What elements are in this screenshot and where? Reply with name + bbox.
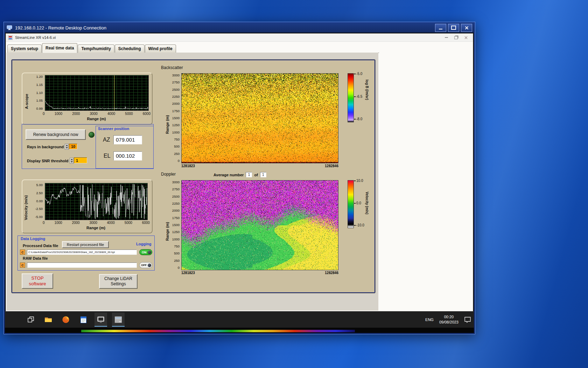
snr-threshold-field[interactable]: 1 xyxy=(74,157,87,163)
streamline-app-taskbar-button[interactable] xyxy=(94,313,107,327)
velocity-y-axis-label: Velocity (m/s) xyxy=(24,185,28,220)
app-close-button[interactable] xyxy=(461,34,471,41)
app-minimize-button[interactable] xyxy=(441,34,451,41)
toggle-knob-icon xyxy=(148,264,151,267)
change-lidar-settings-button[interactable]: Change LiDAR Settings xyxy=(99,274,138,289)
tick-label: 500 xyxy=(174,251,180,255)
tick-label: 2000 xyxy=(72,221,79,225)
task-view-button[interactable] xyxy=(24,313,37,327)
scan-scheduler-icon xyxy=(114,316,122,323)
rdp-window-controls xyxy=(433,24,472,32)
firefox-button[interactable] xyxy=(59,313,72,327)
document-app-icon xyxy=(80,316,87,323)
backscatter-x-end: 1282846 xyxy=(325,164,338,168)
stop-button-line1: STOP xyxy=(24,275,50,281)
processed-path-field[interactable]: C:\LidarA\Data\Proc\2023\202308\20230809… xyxy=(27,250,137,255)
tick-label: 250 xyxy=(174,259,180,263)
app-restore-button[interactable] xyxy=(451,34,461,41)
data-logging-title: Data Logging xyxy=(21,237,45,241)
settings-button-line1: Change LiDAR xyxy=(102,276,135,281)
rdp-client-area: StreamLine XR v14-6.vi System setup Real… xyxy=(5,33,474,333)
rdp-maximize-button[interactable] xyxy=(448,24,459,32)
tab-wind-profile[interactable]: Wind profile xyxy=(145,45,176,53)
tick-label: 0 xyxy=(43,112,45,116)
tick-label: 1750 xyxy=(172,109,180,113)
renew-background-button[interactable]: Renew background now xyxy=(26,129,86,140)
tick-label: 750 xyxy=(174,137,180,141)
tab-scheduling[interactable]: Scheduling xyxy=(115,45,145,53)
scanner-position-title: Scanner position xyxy=(98,127,129,131)
rdp-close-button[interactable] xyxy=(461,24,472,32)
velocity-x-axis-label: Range (m) xyxy=(45,226,147,230)
doppler-colorbar-ticks: 10.00.0-10.0 xyxy=(354,179,364,227)
front-panel: A-scope 1.201.151.101.050.99 01000200030… xyxy=(7,53,378,311)
elevation-field[interactable]: 000.102 xyxy=(113,151,142,161)
desktop-background: 192.168.0.122 - Remote Desktop Connectio… xyxy=(0,0,588,368)
language-indicator[interactable]: ENG xyxy=(425,318,434,322)
restart-processed-file-button[interactable]: Restart processed file xyxy=(62,241,109,248)
tab-real-time-data[interactable]: Real time data xyxy=(42,43,77,53)
doppler-x-start: 1281823 xyxy=(181,271,195,275)
tick-label: -8.0 xyxy=(354,117,362,121)
tick-label: 2750 xyxy=(172,80,180,84)
stop-software-button[interactable]: STOP software xyxy=(22,273,53,289)
renew-background-led xyxy=(89,132,94,138)
ascope-x-ticks: 0100020003000400050006000 xyxy=(43,112,150,116)
tick-label: -5.0 xyxy=(354,72,362,76)
average-number-field[interactable]: 1 xyxy=(246,172,252,177)
rdp-minimize-button[interactable] xyxy=(435,24,446,32)
restore-icon xyxy=(454,36,458,39)
tick-label: 0 xyxy=(178,159,180,163)
clock-date: 09/08/2023 xyxy=(439,320,458,325)
rdp-titlebar[interactable]: 192.168.0.122 - Remote Desktop Connectio… xyxy=(5,23,474,33)
settings-button-line2: Settings xyxy=(102,281,135,287)
snr-threshold-stepper[interactable] xyxy=(70,158,74,164)
ascope-group: A-scope 1.201.151.101.050.99 01000200030… xyxy=(22,73,153,125)
tick-label: 1.10 xyxy=(36,91,43,95)
tick-label: 4000 xyxy=(107,112,115,116)
scan-scheduler-taskbar-button[interactable] xyxy=(112,313,125,327)
tick-label: 1000 xyxy=(54,221,62,225)
average-of-field[interactable]: 1 xyxy=(260,172,266,177)
minimize-icon xyxy=(445,37,448,38)
tick-label: 3000 xyxy=(172,73,180,77)
raw-path-drive-button[interactable]: C xyxy=(20,263,25,268)
raw-logging-toggle[interactable]: OFF xyxy=(139,262,152,268)
processed-path-drive-button[interactable]: C xyxy=(20,250,25,255)
tick-label: 2000 xyxy=(172,209,180,212)
close-icon xyxy=(464,36,468,39)
doppler-x-ticks: 1281823 1282846 xyxy=(181,271,338,275)
toggle-knob-icon xyxy=(148,251,151,254)
tick-label: 6000 xyxy=(143,112,150,116)
tab-temp-humidity[interactable]: Temp/humidity xyxy=(78,45,114,53)
rays-in-background-label: Rays in background xyxy=(27,145,64,149)
processed-logging-toggle[interactable]: ON xyxy=(139,249,152,255)
backscatter-y-ticks: 3000275025002250200017501500125010007505… xyxy=(168,73,180,163)
app-titlebar[interactable]: StreamLine XR v14-6.vi xyxy=(6,34,473,42)
tick-label: 250 xyxy=(174,152,180,156)
tick-label: 3000 xyxy=(90,112,98,116)
taskbar-clock[interactable]: 00:20 09/08/2023 xyxy=(439,314,458,325)
clock-time: 00:20 xyxy=(439,314,458,320)
document-app-button[interactable] xyxy=(77,313,90,327)
notification-center-icon[interactable] xyxy=(464,316,471,323)
rays-in-background-stepper[interactable] xyxy=(65,144,69,150)
tab-system-setup[interactable]: System setup xyxy=(7,45,42,53)
velocity-y-ticks: 5.002.500.00-2.50-5.00 xyxy=(31,183,43,219)
taskbar-system-tray: ENG 00:20 09/08/2023 xyxy=(425,312,471,328)
tick-label: 1250 xyxy=(172,123,180,127)
ascope-y-axis-label: A-scope xyxy=(24,81,29,109)
close-icon xyxy=(465,26,469,30)
azimuth-field[interactable]: 079.001 xyxy=(113,135,142,144)
raw-path-field[interactable] xyxy=(27,263,137,268)
rdp-window: 192.168.0.122 - Remote Desktop Connectio… xyxy=(4,22,475,334)
app-window-controls xyxy=(441,34,471,41)
backscatter-x-start: 1281823 xyxy=(181,164,195,168)
tick-label: 1500 xyxy=(172,116,180,120)
tick-label: 1750 xyxy=(172,216,180,220)
file-explorer-button[interactable] xyxy=(42,313,55,327)
rays-in-background-field[interactable]: 10 xyxy=(69,144,77,149)
task-view-icon xyxy=(27,316,34,323)
streamline-app-window: StreamLine XR v14-6.vi System setup Real… xyxy=(6,33,473,312)
azimuth-label: AZ xyxy=(103,137,110,143)
